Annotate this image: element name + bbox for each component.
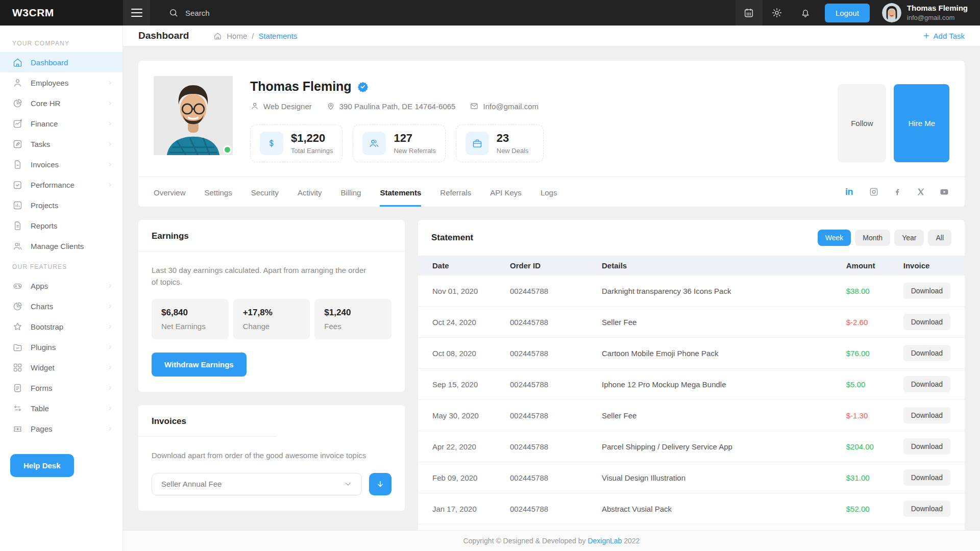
footer: Copyright © Designed & Developed by Dexi… bbox=[123, 530, 980, 551]
profile-tab[interactable]: Overview bbox=[154, 177, 186, 207]
profile-tab[interactable]: Activity bbox=[298, 177, 322, 207]
calendar-button[interactable] bbox=[736, 0, 763, 26]
follow-button[interactable]: Follow bbox=[838, 84, 886, 162]
download-button[interactable]: Download bbox=[903, 500, 950, 517]
download-button[interactable]: Download bbox=[903, 376, 950, 392]
profile-tab[interactable]: Settings bbox=[205, 177, 232, 207]
sidebar-item[interactable]: Apps bbox=[0, 276, 122, 296]
pie-icon bbox=[12, 98, 23, 109]
filter-button[interactable]: Month bbox=[855, 230, 890, 246]
earnings-stat-label: Net Earnings bbox=[161, 322, 219, 331]
invoice-select[interactable]: Seller Annual Fee bbox=[152, 473, 362, 495]
sidebar-item[interactable]: Employees bbox=[0, 72, 122, 93]
projects-icon bbox=[12, 200, 23, 211]
x-icon[interactable] bbox=[916, 187, 926, 197]
sidebar-item[interactable]: Table bbox=[0, 398, 122, 418]
filter-button[interactable]: Year bbox=[894, 230, 924, 246]
facebook-icon[interactable] bbox=[892, 187, 902, 197]
profile-email: Info@gmail.com bbox=[470, 102, 538, 111]
invoices-title: Invoices bbox=[138, 405, 405, 437]
cell-amount: $204.00 bbox=[846, 442, 874, 451]
brand-logo[interactable]: W3CRM bbox=[0, 0, 123, 26]
profile-tab[interactable]: Billing bbox=[340, 177, 361, 207]
sidebar-item[interactable]: Finance bbox=[0, 113, 122, 134]
filter-button[interactable]: Week bbox=[818, 230, 851, 246]
sidebar-item-label: Apps bbox=[31, 282, 48, 290]
invoice-icon bbox=[12, 159, 23, 170]
sidebar-item-label: Bootstrap bbox=[31, 322, 63, 331]
stat-label: Total Earnings bbox=[291, 147, 333, 155]
column-header-order-id: Order ID bbox=[510, 256, 602, 276]
download-button[interactable]: Download bbox=[903, 345, 950, 361]
chevron-right-icon bbox=[107, 385, 113, 391]
download-button[interactable]: Download bbox=[903, 438, 950, 455]
profile-stat: 127 New Referrals bbox=[353, 124, 445, 162]
cell-details: Seller Fee bbox=[602, 524, 846, 531]
profile-tab[interactable]: Statements bbox=[380, 177, 421, 207]
user-avatar bbox=[882, 3, 901, 22]
sidebar-item-label: Charts bbox=[31, 302, 53, 311]
bell-icon bbox=[800, 7, 811, 18]
sidebar-item[interactable]: Tasks bbox=[0, 134, 122, 154]
youtube-icon[interactable] bbox=[939, 187, 949, 197]
sidebar-item[interactable]: Manage Clients bbox=[0, 236, 122, 256]
menu-toggle-button[interactable] bbox=[123, 0, 150, 26]
sidebar-item-label: Table bbox=[31, 404, 49, 413]
breadcrumb-separator: / bbox=[252, 32, 254, 40]
invoice-download-button[interactable] bbox=[369, 473, 391, 495]
settings-button[interactable] bbox=[763, 0, 791, 26]
breadcrumb-home[interactable]: Home bbox=[227, 32, 247, 40]
breadcrumb-current[interactable]: Statements bbox=[258, 32, 297, 40]
earnings-stat: $1,240 Fees bbox=[314, 299, 391, 339]
column-header-date: Date bbox=[418, 256, 510, 276]
statement-table-body: Nov 01, 2020 002445788 Darknight transpa… bbox=[418, 276, 965, 530]
filter-button[interactable]: All bbox=[928, 230, 951, 246]
download-button[interactable]: Download bbox=[903, 407, 950, 423]
earnings-description: Last 30 day earnings calculated. Apart f… bbox=[152, 264, 371, 288]
linkedin-icon[interactable]: in bbox=[845, 187, 855, 197]
sidebar-item[interactable]: Bootstrap bbox=[0, 316, 122, 337]
footer-text: Copyright © Designed & Developed by bbox=[463, 537, 586, 545]
sidebar-item[interactable]: Performance bbox=[0, 174, 122, 195]
statement-card: Statement Week Month Year All bbox=[418, 220, 965, 530]
forms-icon bbox=[12, 383, 23, 393]
user-icon bbox=[12, 78, 23, 88]
statement-table: Date Order ID Details Amount Invoice bbox=[418, 256, 965, 530]
sidebar-item[interactable]: Plugins bbox=[0, 337, 122, 357]
mail-icon bbox=[470, 102, 479, 111]
hire-me-button[interactable]: Hire Me bbox=[894, 84, 949, 162]
cell-order-id: 002445788 bbox=[510, 276, 602, 307]
sidebar-item[interactable]: Dashboard bbox=[0, 52, 122, 72]
sidebar-item[interactable]: Reports bbox=[0, 215, 122, 236]
cell-order-id: 002445788 bbox=[510, 400, 602, 431]
instagram-icon[interactable] bbox=[869, 187, 879, 197]
profile-tab[interactable]: Referrals bbox=[440, 177, 471, 207]
download-button[interactable]: Download bbox=[903, 314, 950, 330]
download-button[interactable]: Download bbox=[903, 469, 950, 486]
logout-button[interactable]: Logout bbox=[825, 4, 870, 22]
sidebar-item[interactable]: Pages bbox=[0, 418, 122, 439]
profile-tab[interactable]: API Keys bbox=[490, 177, 522, 207]
sidebar-item[interactable]: Charts bbox=[0, 296, 122, 316]
table-header-row: Date Order ID Details Amount Invoice bbox=[418, 256, 965, 276]
sidebar-section-label-company: YOUR COMPANY bbox=[0, 33, 122, 52]
search-input[interactable] bbox=[185, 9, 338, 17]
sidebar-item[interactable]: Widget bbox=[0, 357, 122, 378]
profile-stat: 23 New Deals bbox=[456, 124, 544, 162]
sidebar-item[interactable]: Core HR bbox=[0, 93, 122, 113]
profile-card: Thomas Fleming Web Designer bbox=[138, 61, 965, 207]
notifications-button[interactable] bbox=[791, 0, 820, 26]
add-task-button[interactable]: Add Task bbox=[923, 32, 965, 40]
sidebar-item[interactable]: Invoices bbox=[0, 154, 122, 174]
profile-tab[interactable]: Logs bbox=[541, 177, 557, 207]
withdraw-earnings-button[interactable]: Withdraw Earnings bbox=[152, 353, 247, 377]
sidebar-item-label: Manage Clients bbox=[31, 242, 84, 251]
profile-tab[interactable]: Security bbox=[251, 177, 279, 207]
footer-brand-link[interactable]: DexignLab bbox=[587, 537, 622, 545]
sidebar-item[interactable]: Projects bbox=[0, 195, 122, 215]
sidebar-item[interactable]: Forms bbox=[0, 378, 122, 398]
help-desk-button[interactable]: Help Desk bbox=[10, 454, 74, 477]
user-menu[interactable]: Thomas Fleming info@gmail.com bbox=[882, 3, 980, 22]
download-button[interactable]: Download bbox=[903, 283, 950, 299]
chevron-right-icon bbox=[107, 303, 113, 310]
